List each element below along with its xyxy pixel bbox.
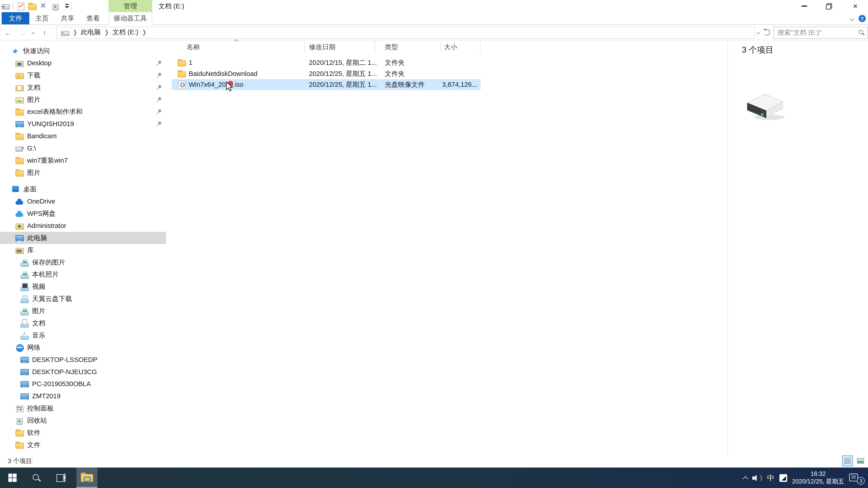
sidebar-item[interactable]: 本机照片 [0,268,166,281]
breadcrumb-this-pc[interactable]: 此电脑 [81,28,101,37]
desktop-icon [11,185,20,194]
checked-document-icon[interactable] [16,2,25,10]
pin-icon [156,96,162,103]
breadcrumb-chevron-icon: ❯ [104,29,108,36]
sidebar-item[interactable]: 快速访问 [0,45,166,57]
sidebar-item[interactable]: 图片 [0,94,166,106]
forward-button[interactable]: → [17,26,29,39]
address-history-icon[interactable] [756,31,760,34]
tab-home[interactable]: 主页 [29,12,55,24]
pin-icon [156,121,162,127]
sidebar-item[interactable]: 此电脑 [0,232,166,244]
file-row[interactable]: Win7x64_2020.iso 2020/12/25, 星期五 1... 光盘… [172,79,480,90]
column-header-type[interactable]: 类型 [375,41,441,53]
sidebar-item[interactable]: G:\ [0,142,166,154]
file-row[interactable]: BaiduNetdiskDownload 2020/12/25, 星期五 1..… [172,68,480,79]
sidebar-item[interactable]: 文档 [0,317,166,329]
back-button[interactable]: ← [0,26,17,39]
this-pc-icon [15,233,24,242]
delete-x-icon[interactable] [39,2,48,10]
sidebar-item[interactable]: 视频 [0,281,166,293]
sidebar-item[interactable]: 控制面板 [0,402,166,414]
restore-button[interactable] [817,0,843,12]
sidebar-item[interactable]: 库 [0,244,166,256]
task-view-icon [56,474,66,482]
column-header-date[interactable]: 修改日期 [305,41,375,53]
quick-access-toolbar [1,0,71,12]
sidebar-item[interactable]: 图片 [0,166,166,179]
up-button[interactable]: ↑ [37,26,52,39]
sidebar-item[interactable]: 保存的图片 [0,256,166,268]
taskbar: 中 16:32 2020/12/25, 星期五 3 [0,467,868,488]
breadcrumb-drive-e[interactable]: 文档 (E:) [112,28,138,37]
network-computer-icon [20,367,29,376]
navigation-pane: 快速访问 Desktop 下载 文档 图片 [0,40,166,455]
minimize-button[interactable] [792,0,817,12]
windows-ink-icon[interactable] [779,474,787,482]
column-header-name[interactable]: 名称 [172,41,305,53]
sidebar-item[interactable]: 文件 [0,439,166,451]
tab-file[interactable]: 文件 [2,12,29,24]
breadcrumb[interactable]: ❯ 此电脑 ❯ 文档 (E:) ❯ [56,26,755,38]
sidebar-item-label: 桌面 [23,185,37,194]
expand-ribbon-icon[interactable] [850,16,855,21]
ime-indicator[interactable]: 中 [767,473,774,483]
sidebar-item[interactable]: 文档 [0,81,166,94]
file-row[interactable]: 1 2020/12/15, 星期二 1... 文件夹 [172,57,480,68]
tab-drive-tools[interactable]: 驱动器工具 [108,12,152,25]
details-view-icon[interactable] [842,455,853,466]
notification-center-button[interactable]: 3 [849,473,863,483]
recycle-bin-icon[interactable] [51,2,60,10]
cloud-download-library-icon [20,294,29,303]
sidebar-item[interactable]: 音乐 [0,329,166,341]
documents-library-icon [20,319,29,328]
sidebar-item[interactable]: 天翼云盘下载 [0,293,166,305]
sidebar-item[interactable]: WPS网盘 [0,207,166,220]
sidebar-item[interactable]: PC-20190530OBLA [0,378,166,390]
search-icon [32,473,41,482]
column-header-size[interactable]: 大小 [441,41,480,53]
computer-icon [15,120,24,128]
tab-share[interactable]: 共享 [55,12,80,24]
saved-pictures-library-icon [20,258,29,267]
refresh-icon[interactable] [764,29,770,35]
sidebar-item[interactable]: excel表格制作求和 [0,106,166,118]
network-icon [15,343,24,352]
thumbnails-view-icon[interactable] [855,455,866,466]
sidebar-item[interactable]: 桌面 [0,183,166,195]
task-view-button[interactable] [49,467,73,488]
sidebar-item[interactable]: Bandicam [0,130,166,142]
taskbar-clock[interactable]: 16:32 2020/12/25, 星期五 [792,470,844,485]
file-date: 2020/12/25, 星期五 1... [305,80,375,90]
sidebar-item[interactable]: 软件 [0,427,166,439]
close-button[interactable]: × [842,0,868,12]
tray-expand-icon[interactable] [743,476,748,481]
sidebar-item[interactable]: 网络 [0,341,166,354]
sidebar-item-label: 控制面板 [27,404,54,413]
sidebar-item[interactable]: YUNQISHI2019 [0,118,166,130]
sidebar-item[interactable]: 图片 [0,305,166,317]
new-folder-icon[interactable] [28,2,36,10]
toolbar-dropdown-icon[interactable] [63,2,68,10]
search-input[interactable] [774,27,868,38]
sidebar-item[interactable]: DESKTOP-NJEU3CG [0,366,166,378]
sidebar-item[interactable]: DESKTOP-LSSOEDP [0,354,166,366]
file-rows: 1 2020/12/15, 星期二 1... 文件夹 BaiduNetdiskD… [172,57,480,90]
help-icon[interactable]: ? [859,15,866,22]
sidebar-item[interactable]: Administrator [0,220,166,232]
folder-icon [15,428,24,437]
sidebar-item[interactable]: ZMT2019 [0,390,166,402]
sidebar-item[interactable]: 回收站 [0,414,166,427]
speaker-icon[interactable] [752,474,762,482]
pictures-library-icon [20,306,29,315]
sidebar-item-label: DESKTOP-LSSOEDP [32,356,97,363]
sidebar-item[interactable]: Desktop [0,57,166,69]
sidebar-item[interactable]: OneDrive [0,195,166,207]
start-button[interactable] [0,467,24,488]
tab-view[interactable]: 查看 [80,12,106,24]
taskbar-search-button[interactable] [24,467,49,488]
sidebar-item[interactable]: win7重装win7 [0,154,166,166]
sidebar-item[interactable]: 下载 [0,69,166,81]
file-explorer-taskbar-button[interactable] [76,467,97,488]
recent-locations-icon[interactable] [29,26,37,39]
